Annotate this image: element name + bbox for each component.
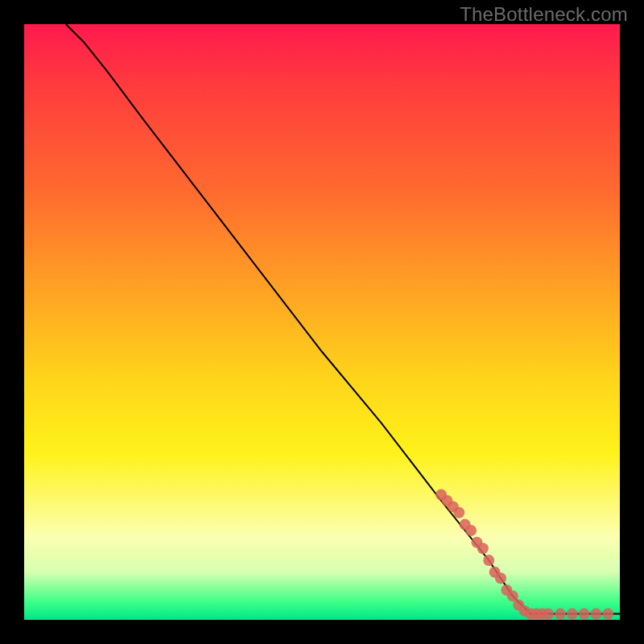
chart-svg xyxy=(24,24,620,620)
watermark-text: TheBottleneck.com xyxy=(460,3,628,26)
marker-point xyxy=(465,525,477,536)
marker-point xyxy=(579,609,590,620)
plot-area xyxy=(24,24,620,620)
marker-point xyxy=(567,609,578,620)
marker-point xyxy=(453,507,464,518)
marker-point xyxy=(555,609,566,620)
marker-point xyxy=(590,609,601,620)
marker-point xyxy=(477,543,489,554)
marker-point xyxy=(495,572,506,584)
marker-point xyxy=(543,609,554,620)
marker-point xyxy=(483,555,494,566)
chart-frame: TheBottleneck.com xyxy=(0,0,644,644)
marker-point xyxy=(602,609,613,620)
series-curve xyxy=(66,24,620,614)
